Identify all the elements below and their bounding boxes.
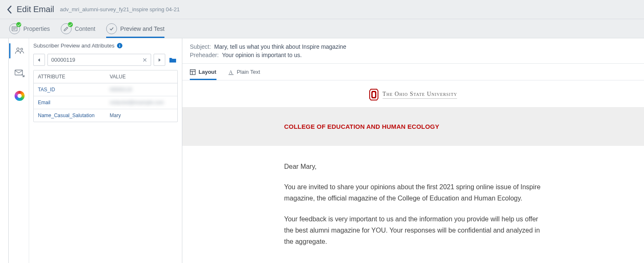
svg-line-6 — [22, 74, 24, 77]
email-paragraph: You are invited to share your opinions a… — [284, 181, 542, 204]
subject-label: Subject: — [190, 43, 211, 50]
panel-title: Subscriber Preview and Attributes i — [29, 38, 182, 51]
editor-tabs: Properties Content Preview and Test — [0, 19, 644, 38]
view-tab-label: Layout — [199, 69, 216, 75]
check-icon — [106, 23, 117, 34]
properties-icon — [9, 23, 20, 34]
tab-preview-test[interactable]: Preview and Test — [106, 19, 164, 38]
email-preview[interactable]: The Ohio State University COLLEGE OF EDU… — [182, 80, 644, 263]
page-header: Edit Email adv_mri_alumni-survey_fy21_in… — [0, 0, 644, 19]
preview-column: Subject: Mary, tell us what you think ab… — [182, 38, 644, 263]
attributes-table: ATTRIBUTE VALUE TAS_ID 00000119 Email re… — [33, 70, 178, 122]
attr-key: Email — [34, 96, 106, 109]
prev-subscriber-button[interactable] — [33, 54, 45, 66]
preheader-value: Your opinion is important to us. — [222, 52, 302, 58]
table-row: Email redacted@example.com — [34, 96, 177, 109]
svg-marker-8 — [159, 58, 161, 62]
preview-view-tabs: Layout A Plain Text — [182, 64, 644, 80]
content-icon — [61, 23, 72, 34]
subscriber-selector: ✕ — [29, 51, 182, 70]
svg-marker-7 — [38, 58, 40, 62]
check-badge-icon — [16, 22, 21, 27]
chevron-left-icon — [7, 5, 12, 14]
svg-point-3 — [17, 48, 19, 50]
attr-value: 00000119 — [106, 83, 178, 96]
col-attribute: ATTRIBUTE — [34, 70, 106, 83]
people-icon — [15, 47, 24, 55]
svg-rect-0 — [12, 27, 17, 31]
view-tab-label: Plain Text — [237, 69, 260, 75]
svg-rect-5 — [15, 70, 22, 75]
preheader-label: Preheader: — [190, 52, 219, 58]
view-tab-layout[interactable]: Layout — [190, 64, 216, 80]
litmus-nav[interactable] — [9, 88, 28, 103]
osu-logo-icon — [369, 89, 378, 100]
panel-title-text: Subscriber Preview and Attributes — [33, 43, 114, 49]
tab-label: Preview and Test — [120, 25, 164, 32]
folder-icon — [169, 57, 177, 63]
page-title: Edit Email — [17, 5, 54, 14]
col-value: VALUE — [106, 70, 178, 83]
check-badge-icon — [68, 22, 73, 27]
text-icon: A — [228, 69, 234, 75]
table-row: Name_Casual_Salutation Mary — [34, 109, 177, 122]
subject-value: Mary, tell us what you think about Inspi… — [214, 43, 346, 50]
caret-right-icon — [158, 58, 161, 62]
svg-point-4 — [20, 48, 22, 50]
subscriber-preview-nav[interactable] — [9, 43, 28, 58]
attr-key: Name_Casual_Salutation — [34, 109, 106, 122]
svg-rect-9 — [190, 70, 195, 75]
email-meta: Subject: Mary, tell us what you think ab… — [182, 38, 644, 64]
tab-properties[interactable]: Properties — [9, 19, 50, 38]
university-name: The Ohio State University — [383, 91, 458, 99]
svg-text:A: A — [229, 69, 233, 75]
tab-label: Content — [75, 25, 95, 32]
test-send-nav[interactable] — [9, 66, 28, 81]
browse-subscribers-button[interactable] — [168, 54, 178, 66]
email-paragraph: Your feedback is very important to us an… — [284, 213, 542, 248]
color-wheel-icon — [15, 91, 25, 101]
subscriber-id-input[interactable] — [50, 54, 142, 65]
info-icon[interactable]: i — [117, 43, 122, 48]
college-name: COLLEGE OF EDUCATION AND HUMAN ECOLOGY — [284, 123, 542, 130]
layout-icon — [190, 69, 196, 75]
attr-value: Mary — [106, 109, 178, 122]
left-column: Subscriber Preview and Attributes i ✕ — [8, 38, 182, 263]
side-rail — [0, 38, 8, 263]
clear-input-button[interactable]: ✕ — [142, 57, 148, 63]
table-header: ATTRIBUTE VALUE — [34, 70, 177, 83]
email-body: Dear Mary, You are invited to share your… — [284, 146, 542, 263]
next-subscriber-button[interactable] — [154, 54, 165, 66]
table-row: TAS_ID 00000119 — [34, 83, 177, 96]
email-greeting: Dear Mary, — [284, 161, 542, 172]
attr-key: TAS_ID — [34, 83, 106, 96]
tab-content[interactable]: Content — [61, 19, 95, 38]
attr-value: redacted@example.com — [106, 96, 178, 109]
university-header: The Ohio State University — [182, 80, 644, 107]
envelope-send-icon — [15, 70, 25, 77]
view-tab-plaintext[interactable]: A Plain Text — [228, 64, 260, 80]
tab-label: Properties — [23, 25, 50, 32]
college-band: COLLEGE OF EDUCATION AND HUMAN ECOLOGY — [182, 107, 644, 146]
caret-left-icon — [37, 58, 41, 62]
email-name: adv_mri_alumni-survey_fy21_inspire sprin… — [60, 6, 180, 13]
preview-mini-nav — [9, 38, 29, 263]
back-button[interactable] — [7, 5, 12, 14]
subscriber-attributes-panel: Subscriber Preview and Attributes i ✕ — [29, 38, 182, 263]
